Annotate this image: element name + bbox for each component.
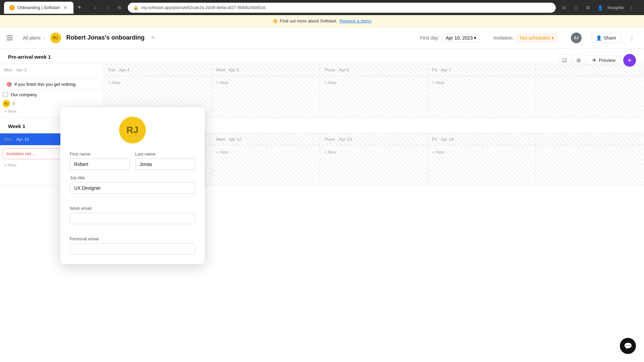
tab-favicon: S xyxy=(9,5,15,10)
tab-title: Onboarding | Softstart xyxy=(17,5,60,10)
hamburger-menu[interactable] xyxy=(7,33,17,43)
user-profile-popup: RJ First name Last name Job title Work e… xyxy=(60,107,205,264)
work-email-group: Work email xyxy=(70,206,195,224)
extensions-icon[interactable]: ⧉ xyxy=(583,3,593,12)
main-content: ☑ ⚙ 👁 Preview + Pre-arrival week 1 Mon A… xyxy=(0,49,644,362)
first-day-chevron: ▾ xyxy=(474,35,476,41)
notification-text: Find out more about Softstart. xyxy=(280,18,337,23)
breadcrumb-arrow: › xyxy=(43,35,45,41)
name-row: First name Last name xyxy=(70,152,195,170)
first-name-label: First name xyxy=(70,152,130,157)
new-tab-btn[interactable]: + xyxy=(75,3,84,12)
invitation-status: Not scheduled xyxy=(520,35,550,41)
menu-icon[interactable]: ⋮ xyxy=(627,3,636,12)
first-day-picker[interactable]: Apr 10, 2023 ▾ xyxy=(442,34,480,42)
share-label: Share xyxy=(604,35,616,41)
browser-chrome: S Onboarding | Softstart ✕ + ‹ › ↻ 🔒 my.… xyxy=(0,0,644,15)
invitation-picker[interactable]: Not scheduled ▾ xyxy=(516,34,557,42)
first-name-input[interactable] xyxy=(70,159,130,170)
forward-btn[interactable]: › xyxy=(103,3,112,12)
address-bar[interactable]: 🔒 my.softstart.app/plans/e82cae2a-2d39-4… xyxy=(128,3,556,13)
profile-icon[interactable]: 👤 xyxy=(595,3,605,12)
job-title-group: Job title xyxy=(70,175,195,194)
notification-emoji: 👋 xyxy=(272,18,278,23)
all-plans-link[interactable]: All plans xyxy=(23,35,41,41)
personal-email-input[interactable] xyxy=(70,243,195,255)
last-name-label: Last name xyxy=(135,152,195,157)
back-btn[interactable]: ‹ xyxy=(91,3,100,12)
job-title-label: Job title xyxy=(70,175,195,180)
chat-icon: 💬 xyxy=(624,342,632,350)
refresh-btn[interactable]: ↻ xyxy=(115,3,124,12)
work-email-input[interactable] xyxy=(70,213,195,224)
breadcrumb: All plans › xyxy=(23,35,45,41)
app-header: All plans › RJ Robert Jonas's onboarding… xyxy=(0,27,644,49)
personal-email-label: Personal email xyxy=(70,236,195,241)
plan-avatar: RJ xyxy=(50,33,61,43)
more-options-btn[interactable]: ⋮ xyxy=(627,33,637,43)
chat-button[interactable]: 💬 xyxy=(620,338,636,354)
last-name-input[interactable] xyxy=(135,159,195,170)
first-name-group: First name xyxy=(70,152,130,170)
share-button[interactable]: 👤 Share xyxy=(591,33,621,43)
share-icon: 👤 xyxy=(596,35,602,41)
invitation-chevron: ▾ xyxy=(551,35,554,41)
first-day-section: First day: Apr 10, 2023 ▾ xyxy=(420,34,480,42)
last-name-group: Last name xyxy=(135,152,195,170)
edit-title-icon[interactable]: ✎ xyxy=(150,35,157,41)
notification-bar: 👋 Find out more about Softstart. Request… xyxy=(0,15,644,27)
plan-title: Robert Jonas's onboarding xyxy=(66,34,145,41)
browser-actions: ⊙ ☆ ⧉ 👤 Incognito ⋮ xyxy=(559,3,636,12)
first-day-value: Apr 10, 2023 xyxy=(446,35,473,41)
personal-email-group: Personal email xyxy=(70,236,195,255)
first-day-label: First day: xyxy=(420,35,439,41)
request-demo-link[interactable]: Request a demo xyxy=(339,18,371,23)
cast-icon[interactable]: ⊙ xyxy=(559,3,569,12)
tab-close-btn[interactable]: ✕ xyxy=(63,5,68,10)
work-email-label: Work email xyxy=(70,206,195,211)
incognito-label: Incognito xyxy=(607,5,624,10)
browser-nav: ‹ › ↻ xyxy=(91,3,124,12)
popup-overlay[interactable]: RJ First name Last name Job title Work e… xyxy=(0,49,644,362)
user-avatar: SJ xyxy=(571,33,582,43)
browser-tab[interactable]: S Onboarding | Softstart ✕ xyxy=(4,2,73,14)
bookmark-icon[interactable]: ☆ xyxy=(571,3,581,12)
url-display: my.softstart.app/plans/e82cae2a-2d39-4e4… xyxy=(141,5,266,10)
job-title-input[interactable] xyxy=(70,182,195,194)
invitation-label: Invitation: xyxy=(493,35,514,41)
popup-avatar: RJ xyxy=(119,117,146,143)
invitation-section: Invitation: Not scheduled ▾ xyxy=(493,34,557,42)
